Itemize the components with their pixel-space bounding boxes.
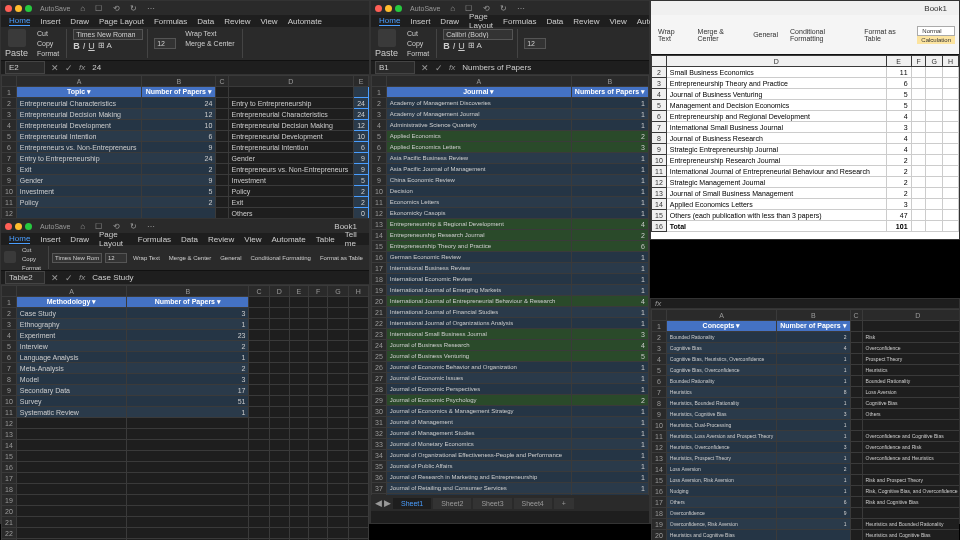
paste-button[interactable]: Paste [5, 29, 28, 58]
copy-button[interactable]: Copy [404, 39, 432, 48]
cancel-icon[interactable]: ✕ [421, 63, 429, 73]
tab-table[interactable]: Table [316, 235, 335, 244]
sheet-tab-4[interactable]: Sheet4 [514, 498, 552, 509]
tab-automate[interactable]: Automate [271, 235, 305, 244]
tab-formulas[interactable]: Formulas [154, 17, 187, 26]
tab-insert[interactable]: Insert [40, 235, 60, 244]
minimize-icon[interactable] [385, 5, 392, 12]
worksheet[interactable]: DEFGH2Small Business Economics113Entrepr… [651, 55, 959, 232]
enter-icon[interactable]: ✓ [65, 63, 73, 73]
tab-formulas[interactable]: Formulas [503, 17, 536, 26]
number-format[interactable]: General [217, 254, 244, 262]
fmt-table-button[interactable]: Format as Table [861, 27, 911, 43]
size-select[interactable] [105, 253, 127, 263]
font-select[interactable] [443, 29, 513, 40]
enter-icon[interactable]: ✓ [435, 63, 443, 73]
cond-fmt-button[interactable]: Conditional Formatting [787, 27, 855, 43]
tab-automate[interactable]: Automate [288, 17, 322, 26]
tab-layout[interactable]: Page Layout [99, 230, 128, 248]
font-format-buttons[interactable]: B I U ⊞ A [443, 41, 513, 51]
close-icon[interactable] [5, 223, 12, 230]
format-button[interactable]: Format [34, 49, 62, 58]
cut-button[interactable]: Cut [404, 29, 432, 38]
tab-data[interactable]: Data [197, 17, 214, 26]
tab-insert[interactable]: Insert [40, 17, 60, 26]
tab-review[interactable]: Review [573, 17, 599, 26]
tab-draw[interactable]: Draw [440, 17, 459, 26]
size-select[interactable] [524, 38, 546, 49]
minimize-icon[interactable] [15, 5, 22, 12]
minimize-icon[interactable] [15, 223, 22, 230]
tab-view[interactable]: View [244, 235, 261, 244]
maximize-icon[interactable] [25, 5, 32, 12]
wrap-text-button[interactable]: Wrap Text [182, 29, 237, 38]
wrap-text-button[interactable]: Wrap Text [130, 254, 163, 262]
paste-button[interactable] [4, 251, 16, 264]
tab-draw[interactable]: Draw [70, 235, 89, 244]
copy-button[interactable]: Copy [34, 39, 62, 48]
worksheet[interactable]: AB1Journal ▾Numbers of Papers ▾2Academy … [371, 75, 649, 495]
merge-button[interactable]: Merge & Center [166, 254, 214, 262]
tab-home[interactable]: Home [9, 234, 30, 244]
fx-icon[interactable]: fx [79, 63, 85, 72]
name-box[interactable] [5, 271, 45, 284]
tab-formulas[interactable]: Formulas [138, 235, 171, 244]
fmt-table-button[interactable]: Format as Table [317, 254, 366, 262]
cut-button[interactable]: Cut [34, 29, 62, 38]
cell-style-normal[interactable]: Normal [917, 26, 955, 36]
sheet-tab-3[interactable]: Sheet3 [473, 498, 511, 509]
tab-layout[interactable]: Page Layout [99, 17, 144, 26]
sheet-tab-1[interactable]: Sheet1 [393, 498, 431, 509]
number-format[interactable]: General [750, 30, 781, 39]
copy-button[interactable]: Copy [19, 255, 44, 263]
tab-data[interactable]: Data [546, 17, 563, 26]
qat-icons[interactable]: ⌂ ☐ ⟲ ↻ ⋯ [80, 4, 159, 13]
close-icon[interactable] [5, 5, 12, 12]
merge-button[interactable]: Merge & Center [695, 27, 745, 43]
tab-view[interactable]: View [260, 17, 277, 26]
add-sheet-button[interactable]: + [554, 498, 574, 509]
size-select[interactable] [154, 38, 176, 49]
worksheet[interactable]: ABCDE1Topic ▾Number of Papers ▾2Entrepre… [1, 75, 369, 219]
fx-icon[interactable]: fx [79, 273, 85, 282]
sheet-tab-2[interactable]: Sheet2 [433, 498, 471, 509]
cell-style-calc[interactable]: Calculation [917, 36, 955, 44]
wrap-text-button[interactable]: Wrap Text [655, 27, 689, 43]
cancel-icon[interactable]: ✕ [51, 273, 59, 283]
tab-home[interactable]: Home [9, 16, 30, 26]
scroll-right-icon[interactable]: ▶ [384, 498, 391, 508]
font-format-buttons[interactable]: B I U ⊞ A [73, 41, 143, 51]
worksheet[interactable]: ABCDEFGH1Methodology ▾Number of Papers ▾… [1, 285, 369, 540]
tab-tellme[interactable]: Tell me [345, 230, 361, 248]
name-box[interactable] [375, 61, 415, 74]
maximize-icon[interactable] [395, 5, 402, 12]
close-icon[interactable] [375, 5, 382, 12]
formula-input[interactable]: Numbers of Papers [461, 62, 645, 73]
paste-button[interactable]: Paste [375, 29, 398, 58]
tab-insert[interactable]: Insert [410, 17, 430, 26]
worksheet[interactable]: ABCDE1Concepts ▾Number of Papers ▾2Bound… [651, 309, 959, 540]
merge-button[interactable]: Merge & Center [182, 39, 237, 48]
font-select[interactable] [52, 253, 102, 263]
tab-draw[interactable]: Draw [70, 17, 89, 26]
tab-review[interactable]: Review [224, 17, 250, 26]
formula-input[interactable]: 24 [91, 62, 365, 73]
format-button[interactable]: Format [404, 49, 432, 58]
excel-window-2: AutoSave ⌂ ☐ ⟲ ↻ ⋯ Book1 Home Insert Dra… [0, 218, 370, 524]
scroll-left-icon[interactable]: ◀ [375, 498, 382, 508]
name-box[interactable] [5, 61, 45, 74]
cond-fmt-button[interactable]: Conditional Formatting [248, 254, 314, 262]
fx-icon[interactable]: fx [655, 299, 661, 308]
maximize-icon[interactable] [25, 223, 32, 230]
fx-icon[interactable]: fx [449, 63, 455, 72]
cancel-icon[interactable]: ✕ [51, 63, 59, 73]
tab-data[interactable]: Data [181, 235, 198, 244]
enter-icon[interactable]: ✓ [65, 273, 73, 283]
tab-review[interactable]: Review [208, 235, 234, 244]
font-select[interactable] [73, 29, 143, 40]
formula-input[interactable]: Case Study [91, 272, 365, 283]
tab-view[interactable]: View [610, 17, 627, 26]
tab-home[interactable]: Home [379, 16, 400, 26]
tab-layout[interactable]: Page Layout [469, 12, 493, 30]
cut-button[interactable]: Cut [19, 246, 44, 254]
